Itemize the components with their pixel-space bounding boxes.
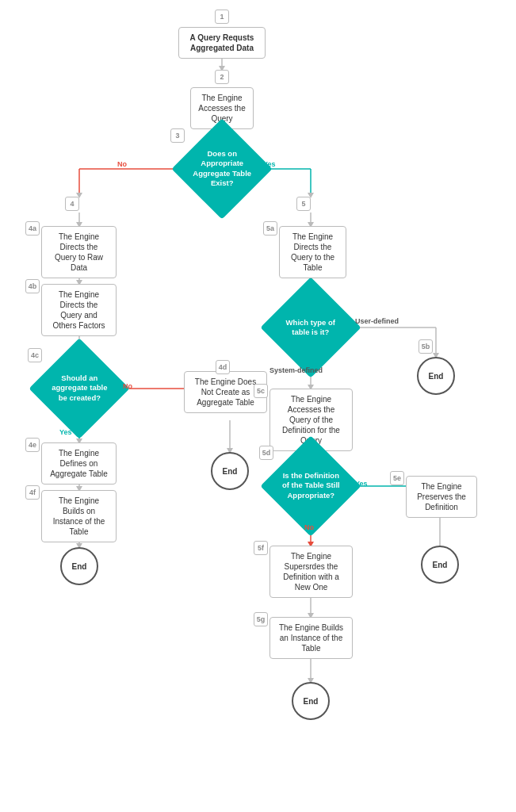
node-5e: 5e The Engine Preserves the Definition	[406, 476, 477, 518]
diamond-5d-text: Is the Definition of the Table Still App…	[279, 471, 342, 500]
start-box: A Query Requsts Aggregated Data	[178, 27, 266, 59]
badge-5e: 5e	[390, 471, 404, 485]
system-defined-label: System-defined	[269, 366, 323, 374]
badge-4e: 4e	[25, 438, 40, 452]
node-4c-diamond: 4c Should an aggregate table be created?	[44, 353, 115, 424]
badge-3: 3	[170, 128, 185, 143]
node-4f: 4f The Engine Builds on Instance of the …	[41, 490, 117, 542]
diamond-which-text: Which type of table is it?	[279, 318, 342, 338]
node-5g: 5g The Engine Builds an Instance of the …	[269, 617, 353, 659]
node-5f: 5f The Engine Supersrdes the Definition …	[269, 546, 353, 598]
badge-4c: 4c	[28, 348, 42, 362]
node-5d-diamond: 5d Is the Definition of the Table Still …	[275, 450, 346, 522]
end-4: End	[60, 547, 98, 585]
node-3-diamond: 3 Does on Appropriate Aggregate Table Ex…	[186, 133, 258, 205]
badge-4a: 4a	[25, 221, 40, 236]
end-5b: End	[417, 357, 455, 395]
diamond-3: Does on Appropriate Aggregate Table Exis…	[171, 118, 272, 219]
diamond-3-text: Does on Appropriate Aggregate Table Exis…	[190, 149, 254, 188]
no-label-3: No	[117, 160, 127, 168]
diamond-4c-text: Should an aggregate table be created?	[48, 373, 111, 403]
badge-4d: 4d	[216, 360, 230, 374]
badge-5f: 5f	[254, 541, 268, 555]
box-5g: The Engine Builds an Instance of the Tab…	[269, 617, 353, 659]
user-defined-label: User-defined	[355, 317, 399, 325]
badge-5g: 5g	[254, 612, 268, 626]
node-4a: 4a The Engine Directs the Query to Raw D…	[41, 226, 117, 278]
badge-4: 4	[65, 197, 79, 211]
start-node: 1 A Query Requsts Aggregated Data	[174, 10, 269, 59]
yes-label-5d: Yes	[355, 480, 368, 488]
node-5a: 5a The Engine Directs the Query to the T…	[279, 226, 346, 278]
badge-5: 5	[296, 197, 311, 211]
circle-end-5g: End	[292, 682, 330, 720]
end-5g: End	[292, 682, 330, 720]
box-5a: The Engine Directs the Query to the Tabl…	[279, 226, 346, 278]
end-5e: End	[421, 546, 459, 584]
end-4d: End	[211, 452, 249, 490]
which-type-diamond: Which type of table is it?	[275, 292, 346, 363]
badge-4f: 4f	[25, 485, 40, 500]
circle-end-4: End	[60, 547, 98, 585]
badge-2: 2	[215, 70, 229, 84]
badge-5a: 5a	[263, 221, 277, 236]
badge-5b: 5b	[419, 339, 433, 354]
badge-5d: 5d	[259, 446, 273, 460]
box-4e: The Engine Defines on Aggregate Table	[41, 442, 117, 485]
box-4b: The Engine Directs the Query and Others …	[41, 284, 117, 336]
no-label-4c: No	[123, 382, 132, 390]
node-4b: 4b The Engine Directs the Query and Othe…	[41, 284, 117, 336]
flowchart: 1 A Query Requsts Aggregated Data 2 The …	[0, 0, 516, 812]
diamond-which: Which type of table is it?	[260, 277, 361, 377]
yes-label-4c: Yes	[59, 428, 72, 436]
badge-5c: 5c	[254, 384, 268, 398]
box-4f: The Engine Builds on Instance of the Tab…	[41, 490, 117, 542]
diamond-4c: Should an aggregate table be created?	[29, 338, 129, 439]
circle-end-5b: End	[417, 357, 455, 395]
box-5e: The Engine Preserves the Definition	[406, 476, 477, 518]
box-4a: The Engine Directs the Query to Raw Data	[41, 226, 117, 278]
box-5f: The Engine Supersrdes the Definition wit…	[269, 546, 353, 598]
badge-1: 1	[215, 10, 229, 24]
diamond-5d: Is the Definition of the Table Still App…	[260, 435, 361, 536]
circle-end-5e: End	[421, 546, 459, 584]
yes-label-3: Yes	[263, 160, 276, 168]
no-label-5d: No	[304, 523, 314, 531]
node-4e: 4e The Engine Defines on Aggregate Table	[41, 442, 117, 485]
badge-4b: 4b	[25, 279, 40, 293]
circle-end-4d: End	[211, 452, 249, 490]
